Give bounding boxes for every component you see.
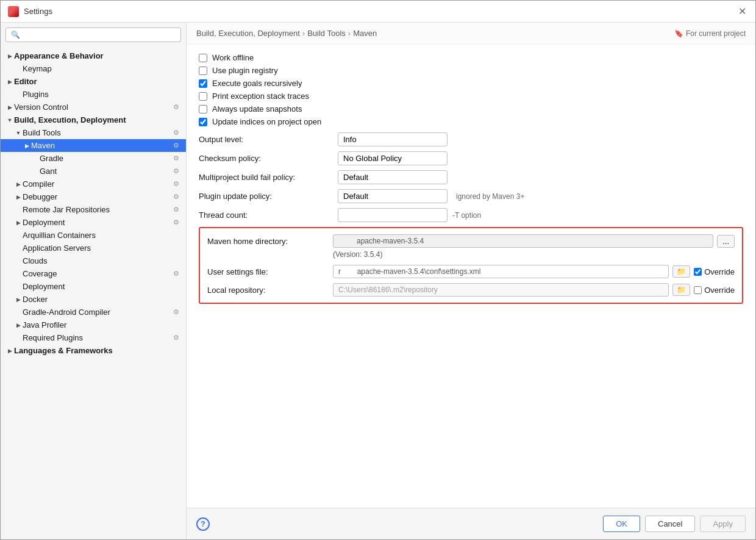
expand-arrow: [14, 257, 23, 265]
sidebar-item-label: Editor: [14, 77, 181, 86]
settings-icon: ⚙: [171, 142, 181, 149]
user-settings-input[interactable]: [333, 265, 669, 278]
maven-home-input[interactable]: [333, 234, 713, 248]
user-settings-override-checkbox[interactable]: [694, 268, 702, 276]
cancel-button[interactable]: Cancel: [645, 516, 695, 532]
checkbox-execute-goals-row: Execute goals recursively: [199, 79, 743, 88]
user-settings-label: User settings file:: [207, 267, 329, 276]
sidebar-item-arquillian[interactable]: Arquillian Containers: [1, 229, 186, 242]
help-button[interactable]: ?: [196, 517, 210, 531]
use-plugin-registry-checkbox[interactable]: [199, 67, 207, 75]
search-input[interactable]: [5, 27, 181, 42]
sidebar-item-docker[interactable]: ▶ Docker: [1, 293, 186, 306]
print-exception-checkbox[interactable]: [199, 92, 207, 101]
sidebar-item-maven[interactable]: ▶ Maven ⚙: [1, 139, 186, 152]
sidebar-item-plugins[interactable]: Plugins: [1, 88, 186, 101]
sidebar-item-build-tools[interactable]: ▼ Build Tools ⚙: [1, 126, 186, 139]
settings-icon: ⚙: [171, 154, 181, 162]
checkbox-always-update-row: Always update snapshots: [199, 104, 743, 113]
expand-arrow: ▶: [23, 142, 31, 150]
sidebar-item-editor[interactable]: ▶ Editor: [1, 75, 186, 88]
expand-arrow: [14, 308, 23, 317]
ok-button[interactable]: OK: [603, 516, 640, 532]
always-update-checkbox[interactable]: [199, 105, 207, 113]
settings-icon: ⚙: [171, 206, 181, 214]
update-indices-checkbox[interactable]: [199, 118, 207, 126]
output-level-dropdown[interactable]: Info Debug Warn Error: [338, 132, 448, 146]
breadcrumb-part1: Build, Execution, Deployment: [196, 29, 300, 38]
plugin-update-dropdown[interactable]: Default Always Never Daily: [338, 189, 448, 203]
plugin-update-note: ignored by Maven 3+: [456, 192, 524, 201]
sidebar-item-gradle[interactable]: Gradle ⚙: [1, 152, 186, 165]
local-repo-override-check: Override: [694, 286, 735, 295]
sidebar-item-remote-jar[interactable]: Remote Jar Repositories ⚙: [1, 203, 186, 216]
apply-button[interactable]: Apply: [700, 516, 746, 532]
sidebar-item-clouds[interactable]: Clouds: [1, 254, 186, 267]
expand-arrow: [14, 283, 23, 291]
sidebar-item-label: Deployment: [23, 218, 171, 227]
execute-goals-label: Execute goals recursively: [212, 79, 302, 88]
expand-arrow: ▶: [5, 347, 14, 355]
execute-goals-checkbox[interactable]: [199, 79, 207, 88]
close-button[interactable]: ✕: [736, 5, 748, 18]
sidebar-item-gradle-android[interactable]: Gradle-Android Compiler ⚙: [1, 306, 186, 319]
local-repo-input[interactable]: [333, 283, 669, 297]
expand-arrow: [14, 231, 23, 240]
breadcrumb-part3: Maven: [353, 29, 377, 38]
sidebar-item-deployment[interactable]: ▶ Deployment ⚙: [1, 216, 186, 229]
sidebar-item-label: Gradle-Android Compiler: [23, 308, 171, 317]
sidebar-item-label: Build, Execution, Deployment: [14, 115, 181, 124]
multiproject-policy-row: Multiproject build fail policy: Default …: [199, 170, 743, 184]
maven-home-browse-button[interactable]: ...: [717, 235, 735, 248]
sidebar-item-gant[interactable]: Gant ⚙: [1, 165, 186, 178]
sidebar-item-languages-frameworks[interactable]: ▶ Languages & Frameworks: [1, 344, 186, 357]
expand-arrow: [31, 154, 40, 163]
sidebar-item-debugger[interactable]: ▶ Debugger ⚙: [1, 190, 186, 203]
expand-arrow: [14, 206, 23, 214]
checkbox-print-exception-row: Print exception stack traces: [199, 92, 743, 101]
sidebar-item-compiler[interactable]: ▶ Compiler ⚙: [1, 178, 186, 190]
print-exception-label: Print exception stack traces: [212, 92, 309, 101]
sidebar-item-deployment2[interactable]: Deployment: [1, 280, 186, 293]
output-level-row: Output level: Info Debug Warn Error: [199, 132, 743, 146]
breadcrumb-part2: Build Tools: [307, 29, 346, 38]
local-repo-label: Local repository:: [207, 286, 329, 295]
always-update-label: Always update snapshots: [212, 104, 302, 113]
update-indices-label: Update indices on project open: [212, 117, 321, 126]
settings-icon: ⚙: [171, 270, 181, 278]
settings-window: Settings ✕ ▶ Appearance & Behavior Keyma…: [0, 0, 756, 540]
local-repo-override-checkbox[interactable]: [694, 286, 702, 294]
user-settings-browse-button[interactable]: 📁: [672, 265, 690, 278]
thread-count-input[interactable]: [338, 208, 448, 222]
bookmark-icon: 🔖: [674, 29, 683, 38]
settings-icon: ⚙: [171, 334, 181, 342]
checksum-policy-dropdown[interactable]: No Global Policy Fail Warn Ignore: [338, 151, 448, 165]
breadcrumb-sep2: ›: [348, 29, 351, 38]
settings-icon: ⚙: [171, 193, 181, 201]
local-repo-browse-button[interactable]: 📁: [672, 284, 690, 296]
sidebar-item-label: Remote Jar Repositories: [23, 205, 171, 214]
sidebar-item-app-servers[interactable]: Application Servers: [1, 242, 186, 254]
sidebar-item-java-profiler[interactable]: ▶ Java Profiler: [1, 319, 186, 331]
sidebar-item-build-exec-deploy[interactable]: ▼ Build, Execution, Deployment: [1, 113, 186, 126]
sidebar-item-keymap[interactable]: Keymap: [1, 62, 186, 75]
expand-arrow: [31, 167, 40, 176]
maven-home-label: Maven home directory:: [207, 237, 329, 246]
sidebar-item-label: Clouds: [23, 256, 181, 265]
work-offline-checkbox[interactable]: [199, 54, 207, 62]
sidebar-item-appearance[interactable]: ▶ Appearance & Behavior: [1, 49, 186, 62]
expand-arrow: ▶: [5, 103, 14, 112]
checksum-policy-row: Checksum policy: No Global Policy Fail W…: [199, 151, 743, 165]
thread-count-label: Thread count:: [199, 211, 333, 220]
maven-version-note: (Version: 3.5.4): [333, 250, 735, 259]
expand-arrow: ▶: [14, 218, 23, 227]
multiproject-policy-dropdown[interactable]: Default Fail at end Fail fast Never fail: [338, 170, 448, 184]
sidebar-item-label: Maven: [31, 141, 171, 150]
sidebar-item-coverage[interactable]: Coverage ⚙: [1, 267, 186, 280]
work-offline-label: Work offline: [212, 53, 254, 62]
sidebar-item-version-control[interactable]: ▶ Version Control ⚙: [1, 101, 186, 113]
thread-option-note: -T option: [452, 211, 481, 220]
sidebar-item-required-plugins[interactable]: Required Plugins ⚙: [1, 331, 186, 344]
checkbox-plugin-registry-row: Use plugin registry: [199, 66, 743, 75]
for-current-project: 🔖 For current project: [674, 29, 746, 38]
